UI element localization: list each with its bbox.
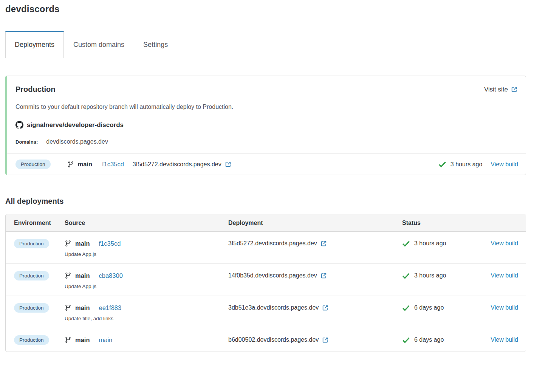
- production-description: Commits to your default repository branc…: [15, 104, 517, 110]
- environment-cell: Production: [14, 302, 65, 313]
- tab-custom-domains[interactable]: Custom domains: [64, 31, 134, 58]
- external-link-icon[interactable]: [322, 337, 328, 343]
- view-build-link[interactable]: View build: [491, 304, 518, 311]
- table-body: Production main f1c35cd Update App.js 3f…: [6, 232, 526, 352]
- production-deployment-row: Production main f1c35cd 3f5d5272.devdisc…: [7, 154, 526, 175]
- source-group: main f1c35cd: [67, 161, 124, 168]
- deployment-cell: 3f5d5272.devdiscords.pages.dev: [228, 238, 402, 249]
- deployment-url-text: 14f0b35d.devdiscords.pages.dev: [228, 272, 317, 279]
- git-branch-icon: [65, 240, 71, 247]
- status-cell: 3 hours ago: [402, 270, 485, 281]
- table-header-row: Environment Source Deployment Status: [6, 214, 526, 232]
- status-time: 6 days ago: [414, 304, 444, 311]
- tab-deployments[interactable]: Deployments: [5, 31, 64, 58]
- status-cell: 6 days ago: [402, 335, 485, 345]
- environment-badge: Production: [14, 303, 49, 313]
- branch-name: main: [75, 336, 90, 344]
- commit-link[interactable]: main: [99, 336, 113, 344]
- visit-site-link[interactable]: Visit site: [484, 86, 517, 93]
- column-header-source: Source: [65, 214, 228, 231]
- domains-label: Domains:: [15, 139, 38, 145]
- check-icon: [402, 272, 410, 280]
- environment-badge: Production: [15, 160, 51, 169]
- deployment-cell: 3db51e3a.devdiscords.pages.dev: [228, 302, 402, 313]
- table-row: Production main f1c35cd Update App.js 3f…: [6, 232, 526, 263]
- repo-row: signalnerve/developer-discords: [15, 121, 517, 129]
- view-build-link[interactable]: View build: [491, 336, 518, 343]
- status-time: 3 hours ago: [450, 161, 483, 168]
- table-row: Production main ee1f883 Update title, ad…: [6, 296, 526, 328]
- source-cell: main ee1f883 Update title, add links: [65, 302, 228, 321]
- commit-message: Update App.js: [65, 251, 228, 257]
- status-group: 3 hours ago: [438, 160, 483, 168]
- environment-badge: Production: [14, 271, 49, 280]
- pages-project-page: devdiscords Deployments Custom domains S…: [0, 0, 534, 352]
- git-branch-icon: [65, 272, 71, 279]
- commit-link[interactable]: f1c35cd: [99, 240, 121, 247]
- source-cell: main cba8300 Update App.js: [65, 270, 228, 289]
- environment-cell: Production: [14, 238, 65, 249]
- view-build-link[interactable]: View build: [491, 161, 518, 168]
- view-build-link[interactable]: View build: [491, 240, 518, 247]
- domains-value: devdiscords.pages.dev: [46, 138, 108, 145]
- commit-message: Update App.js: [65, 284, 228, 289]
- actions-cell: View build: [485, 238, 518, 249]
- commit-link[interactable]: f1c35cd: [102, 161, 124, 168]
- domains-row: Domains: devdiscords.pages.dev: [15, 138, 517, 145]
- actions-cell: View build: [485, 270, 518, 281]
- commit-link[interactable]: cba8300: [99, 272, 123, 279]
- environment-badge: Production: [14, 335, 49, 345]
- deployment-cell: b6d00502.devdiscords.pages.dev: [228, 335, 402, 345]
- repo-name[interactable]: signalnerve/developer-discords: [27, 121, 124, 129]
- visit-site-label: Visit site: [484, 86, 508, 93]
- status-cell: 6 days ago: [402, 302, 485, 313]
- status-time: 3 hours ago: [414, 272, 446, 279]
- external-link-icon[interactable]: [322, 305, 328, 311]
- environment-badge: Production: [14, 239, 49, 248]
- tab-bar: Deployments Custom domains Settings: [5, 31, 526, 58]
- view-build-link[interactable]: View build: [491, 272, 518, 279]
- environment-cell: Production: [14, 335, 65, 345]
- deployment-url: 3f5d5272.devdiscords.pages.dev: [133, 161, 231, 168]
- external-link-icon[interactable]: [511, 86, 517, 93]
- status-time: 3 hours ago: [414, 240, 446, 247]
- all-deployments-heading: All deployments: [5, 197, 526, 206]
- status-cell: 3 hours ago: [402, 238, 485, 249]
- external-link-icon[interactable]: [320, 240, 327, 247]
- tab-settings[interactable]: Settings: [134, 31, 177, 58]
- column-header-deployment: Deployment: [228, 214, 402, 231]
- git-branch-icon: [65, 336, 71, 343]
- page-title: devdiscords: [5, 4, 526, 14]
- environment-cell: Production: [14, 270, 65, 281]
- actions-cell: View build: [485, 302, 518, 313]
- branch-name: main: [75, 304, 90, 311]
- commit-message: Update title, add links: [65, 316, 228, 321]
- deployment-url-text: 3f5d5272.devdiscords.pages.dev: [228, 240, 317, 247]
- deployments-table: Environment Source Deployment Status Pro…: [5, 214, 526, 352]
- check-icon: [438, 160, 446, 168]
- check-icon: [402, 336, 410, 344]
- branch-name: main: [75, 272, 90, 279]
- column-header-environment: Environment: [14, 214, 65, 231]
- git-branch-icon: [67, 161, 74, 168]
- check-icon: [402, 304, 410, 312]
- table-row: Production main cba8300 Update App.js 14…: [6, 263, 526, 296]
- branch-name: main: [75, 240, 90, 247]
- external-link-icon[interactable]: [225, 161, 231, 167]
- production-card-title: Production: [15, 85, 56, 94]
- external-link-icon[interactable]: [320, 273, 327, 279]
- commit-link[interactable]: ee1f883: [99, 304, 122, 311]
- check-icon: [402, 240, 410, 248]
- status-time: 6 days ago: [414, 336, 444, 343]
- deployment-cell: 14f0b35d.devdiscords.pages.dev: [228, 270, 402, 281]
- source-cell: main f1c35cd Update App.js: [65, 238, 228, 257]
- deployment-url-text: 3f5d5272.devdiscords.pages.dev: [133, 161, 221, 168]
- column-header-status: Status: [402, 214, 485, 231]
- table-row: Production main main b6d00502.devdiscord…: [6, 328, 526, 352]
- actions-cell: View build: [485, 335, 518, 345]
- deployment-url-text: b6d00502.devdiscords.pages.dev: [228, 336, 319, 343]
- production-card: Production Visit site Commits to your de…: [5, 76, 526, 175]
- deployment-url-text: 3db51e3a.devdiscords.pages.dev: [228, 304, 319, 311]
- git-branch-icon: [65, 304, 71, 311]
- github-icon: [15, 121, 23, 129]
